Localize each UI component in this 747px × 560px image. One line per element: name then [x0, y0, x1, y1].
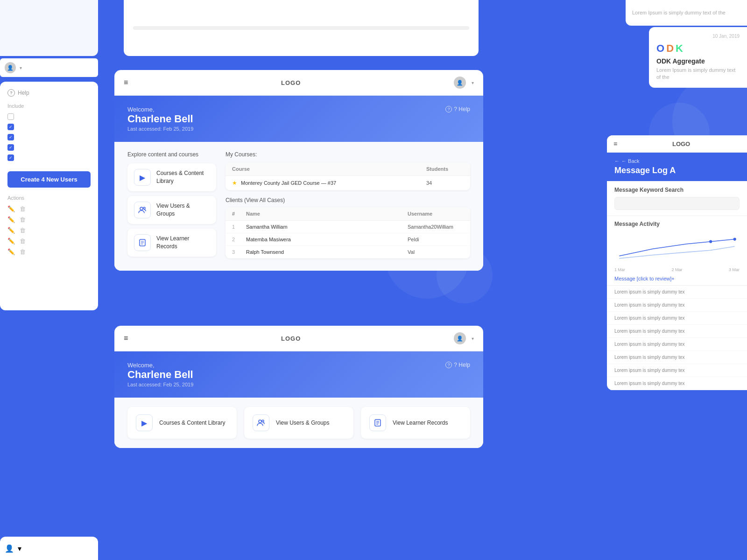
home-navbar-2: ≡ LOGO 👤 ▾: [114, 326, 483, 351]
back-link[interactable]: ← ← Back: [614, 158, 740, 164]
msg-click-label[interactable]: Message [click to review]+: [607, 272, 747, 286]
col-name: Name: [246, 211, 408, 217]
msg-item-1[interactable]: Lorem ipsum is simply dummy tex: [607, 286, 747, 299]
action-row-3: ✏️ 🗑: [7, 227, 91, 234]
col-user: Username: [408, 211, 464, 217]
partial-card-text: Lorem Ipsum is simply dummy text of the: [632, 9, 726, 16]
edit-icon-5[interactable]: ✏️: [7, 248, 15, 256]
msg-hamburger-icon[interactable]: ≡: [613, 140, 617, 147]
svg-point-0: [140, 207, 143, 210]
activity-label: Message Activity: [607, 216, 747, 227]
chevron-bottom-icon: ▾: [18, 544, 21, 553]
home-card-2: ≡ LOGO 👤 ▾ Welcome, Charlene Bell Last a…: [114, 326, 483, 448]
chart-labels: 1 Mar 2 Mar 3 Mar: [607, 267, 747, 272]
back-arrow-icon: ←: [614, 158, 620, 164]
records-label: View Learner Records: [156, 235, 210, 251]
explore-card-users[interactable]: View Users & Groups: [127, 196, 216, 224]
col-num: #: [232, 211, 246, 217]
client-user-2: Peldi: [408, 237, 464, 242]
student-count-1: 34: [426, 180, 464, 186]
client-row-2[interactable]: 2 Matemba Masiwera Peldi: [226, 233, 470, 246]
msg-item-5[interactable]: Lorem ipsum is simply dummy tex: [607, 338, 747, 351]
client-name-2: Matemba Masiwera: [246, 237, 408, 242]
explore-wide-users[interactable]: View Users & Groups: [244, 407, 353, 439]
main-area: Home ≡ LOGO 👤 ▾ Welcome, Charlene Bell L…: [100, 0, 497, 560]
svg-point-1: [143, 207, 145, 209]
edit-icon-2[interactable]: ✏️: [7, 216, 15, 224]
welcome-label-2: Welcome,: [127, 362, 193, 369]
explore-section: Explore content and courses ▶ Courses & …: [127, 151, 216, 261]
odk-title: ODK Aggregate: [656, 57, 740, 65]
help-row: ? Help: [7, 89, 91, 97]
client-row-1[interactable]: 1 Samantha William Samantha20William: [226, 221, 470, 233]
include-label: Include: [7, 103, 91, 109]
course-row-1[interactable]: ★ Monterey County Jail GED Course — #37 …: [226, 176, 470, 190]
activity-chart: [614, 230, 740, 263]
left-form-card: ? Help Include Create 4 New Users Action…: [0, 82, 98, 310]
course-name-1: Monterey County Jail GED Course — #37: [241, 180, 426, 186]
left-panel: 👤 ▾ ? Help Include Create 4 New Users Ac…: [0, 0, 100, 560]
delete-icon-2[interactable]: 🗑: [20, 216, 27, 224]
top-partial-window: [124, 0, 479, 56]
edit-icon-1[interactable]: ✏️: [7, 205, 15, 213]
client-name-1: Samantha William: [246, 224, 408, 230]
chart-label-3: 3 Mar: [729, 267, 740, 272]
odk-body: Lorem Ipsum is simply dummy text of the: [656, 67, 740, 81]
msg-item-2[interactable]: Lorem ipsum is simply dummy tex: [607, 299, 747, 312]
chevron-down-icon: ▾: [20, 65, 22, 70]
home-body-2: Welcome, Charlene Bell Last accessed: Fe…: [114, 351, 483, 398]
delete-icon-4[interactable]: 🗑: [20, 238, 27, 245]
home-navbar-1: ≡ LOGO 👤 ▾: [114, 70, 483, 96]
explore-wide-courses[interactable]: ▶ Courses & Content Library: [127, 407, 237, 439]
edit-icon-4[interactable]: ✏️: [7, 238, 15, 245]
nav-chevron-icon: ▾: [472, 80, 474, 85]
delete-icon-5[interactable]: 🗑: [20, 248, 27, 256]
client-row-3[interactable]: 3 Ralph Townsend Val: [226, 246, 470, 259]
last-accessed: Last accessed: Feb 25, 2019: [127, 126, 193, 132]
checkbox-2[interactable]: [7, 124, 14, 130]
courses-icon: ▶: [134, 169, 151, 186]
checkbox-5[interactable]: [7, 154, 14, 161]
hamburger-icon-2[interactable]: ≡: [124, 334, 128, 343]
msg-item-6[interactable]: Lorem ipsum is simply dummy tex: [607, 351, 747, 364]
courses-table-header: Course Students: [226, 162, 470, 176]
svg-point-6: [259, 420, 261, 423]
courses-heading: My Courses:: [226, 151, 470, 158]
nav-chevron-icon-2: ▾: [472, 336, 474, 341]
action-row-5: ✏️ 🗑: [7, 248, 91, 256]
checkbox-1[interactable]: [7, 113, 14, 120]
msg-item-3[interactable]: Lorem ipsum is simply dummy tex: [607, 312, 747, 325]
create-users-button[interactable]: Create 4 New Users: [7, 171, 91, 188]
records-icon: [134, 234, 151, 251]
back-label: ← Back: [621, 158, 640, 164]
msg-item-8[interactable]: Lorem ipsum is simply dummy tex: [607, 377, 747, 390]
checkbox-4[interactable]: [7, 144, 14, 151]
msg-item-4[interactable]: Lorem ipsum is simply dummy tex: [607, 325, 747, 338]
msg-item-7[interactable]: Lorem ipsum is simply dummy tex: [607, 364, 747, 377]
actions-label: Actions: [7, 195, 91, 201]
odk-letter-k: K: [676, 42, 683, 55]
right-panel: Lorem Ipsum is simply dummy text of the …: [495, 0, 747, 560]
hamburger-icon[interactable]: ≡: [124, 78, 128, 87]
edit-icon-3[interactable]: ✏️: [7, 227, 15, 234]
last-accessed-2: Last accessed: Feb 25, 2019: [127, 382, 193, 387]
checkbox-3[interactable]: [7, 134, 14, 140]
explore-card-records[interactable]: View Learner Records: [127, 229, 216, 257]
delete-icon-1[interactable]: 🗑: [20, 205, 27, 213]
delete-icon-3[interactable]: 🗑: [20, 227, 27, 234]
left-top-card: [0, 0, 98, 56]
explore-card-courses[interactable]: ▶ Courses & Content Library: [127, 163, 216, 191]
avatar: 👤: [5, 62, 16, 73]
explore-wide-records[interactable]: View Learner Records: [361, 407, 470, 439]
col-course: Course: [232, 166, 426, 172]
svg-point-13: [733, 238, 736, 240]
home-card-1: ≡ LOGO 👤 ▾ Welcome, Charlene Bell Last a…: [114, 70, 483, 271]
nav-avatar-2: 👤: [454, 332, 466, 344]
keyword-search-input[interactable]: [614, 197, 740, 210]
checkbox-row-3: [7, 134, 91, 140]
svg-point-7: [262, 420, 264, 422]
help-text-nav-2: ? Help: [454, 362, 470, 368]
checkbox-row-4: [7, 144, 91, 151]
client-num-1: 1: [232, 224, 246, 230]
msg-keyword-section: Message Keyword Search: [607, 181, 747, 216]
